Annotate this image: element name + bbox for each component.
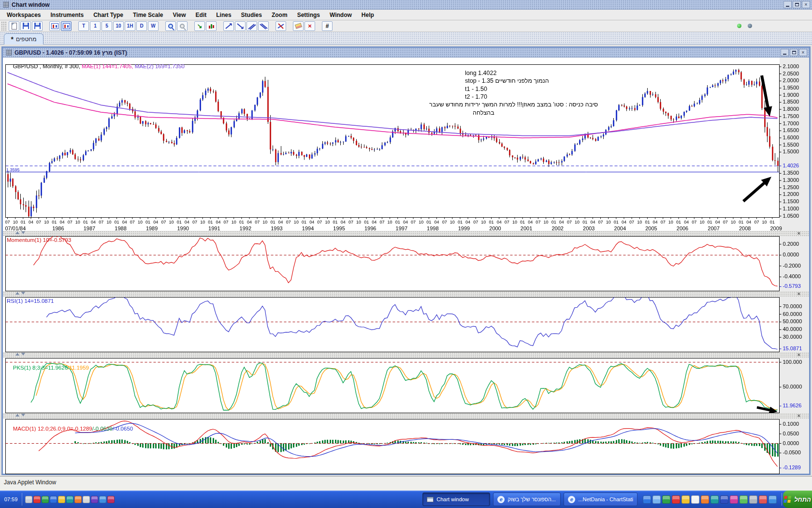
screen: Chart window × Workspaces Instruments Ch… [0,0,812,508]
splitter-handle-icon[interactable] [15,231,25,234]
menu-help[interactable]: Help [357,10,379,20]
quicklaunch-icon[interactable] [643,495,651,504]
task-button-chart-window[interactable]: Chart window [422,493,490,506]
bar-chart-button[interactable] [206,21,217,31]
timeframe-tick-button[interactable]: T [78,21,89,31]
quicklaunch-icon[interactable] [662,495,670,504]
tray-icon[interactable] [74,496,82,503]
pane-splitter[interactable]: × [3,291,809,297]
zoom-out-icon [180,24,185,29]
timeframe-1hour-button[interactable]: 1H [125,21,135,31]
internet-explorer-icon: e [568,496,575,503]
save-button[interactable] [20,21,31,31]
status-bar: Java Applet Window [0,476,812,491]
window-task-icon [427,497,434,502]
minimize-button[interactable] [783,1,792,8]
timeframe-week-button[interactable]: W [148,21,159,31]
menu-instruments[interactable]: Instruments [45,10,88,20]
maximize-button[interactable] [793,1,801,8]
remove-line-button[interactable] [276,21,286,31]
close-button[interactable]: × [802,1,810,8]
pane-close-icon[interactable]: × [798,352,800,358]
tray-icon[interactable] [42,496,49,503]
chart-canvas[interactable] [0,45,812,476]
timeframe-10min-button[interactable]: 10 [113,21,124,31]
timeframe-5min-button[interactable]: 5 [102,21,112,31]
new-chart-window-button[interactable] [49,21,60,31]
menu-workspaces[interactable]: Workspaces [2,10,45,20]
tab-machtefim[interactable]: * מחטפים [4,33,44,45]
tray-icon[interactable] [66,496,73,503]
maximize-icon [795,3,799,6]
tray-icon[interactable] [83,496,90,503]
macd-label-hist: /-0.0639 [92,426,113,432]
annotation-goodluck: בהצלחה [473,109,494,116]
quicklaunch-icon[interactable] [701,495,709,504]
pane-close-icon[interactable]: × [798,413,800,418]
tray-icon[interactable] [58,496,65,503]
zoom-in-icon [168,24,173,29]
channel-down-button[interactable] [258,21,269,31]
quicklaunch-icon[interactable] [682,495,690,504]
pane-close-icon[interactable]: × [798,291,800,297]
menu-studies[interactable]: Studies [236,10,267,20]
timeframe-1min-button[interactable]: 1 [90,21,101,31]
quicklaunch-icon[interactable] [720,495,728,504]
connection-status-led-green [737,24,741,28]
grid-button[interactable]: # [322,21,333,31]
taskbar-clock: 07:59 [0,493,22,506]
trendline-up-button[interactable] [223,21,234,31]
menu-settings[interactable]: Settings [292,10,325,20]
quicklaunch-icon[interactable] [730,495,738,504]
new-document-button[interactable] [9,21,19,31]
start-button[interactable]: התחל [783,491,812,508]
active-chart-window-button[interactable] [61,21,72,31]
menu-window[interactable]: Window [325,10,357,20]
quicklaunch-icon[interactable] [672,495,680,504]
pane-splitter[interactable]: × [3,413,809,418]
pane-close-icon[interactable]: × [798,230,800,236]
tray-icon[interactable] [25,496,32,503]
tray-icon[interactable] [91,496,98,503]
menu-lines[interactable]: Lines [211,10,236,20]
menu-view[interactable]: View [168,10,190,20]
zoom-in-button[interactable] [165,21,176,31]
task-label: Chart window [436,496,469,502]
task-button-sponsor[interactable]: e הספונסר שלך בשוק... [493,493,561,506]
zoom-out-button[interactable] [177,21,188,31]
channel-up-button[interactable] [246,21,257,31]
quicklaunch-icon[interactable] [691,495,699,504]
menu-chart-type[interactable]: Chart Type [88,10,128,20]
menu-zoom[interactable]: Zoom [267,10,292,20]
tray-icon[interactable] [107,496,115,503]
status-text: Java Applet Window [4,479,56,486]
quicklaunch-icon[interactable] [710,495,719,504]
eraser-icon [294,23,302,29]
pane-splitter[interactable]: × [3,352,809,358]
timeframe-day-button[interactable]: D [136,21,147,31]
internet-explorer-icon: e [497,496,505,503]
toolbar-grip[interactable] [1,21,6,31]
splitter-handle-icon[interactable] [15,414,25,417]
quicklaunch-icon[interactable] [740,495,748,504]
splitter-handle-icon[interactable] [15,353,25,356]
task-button-netdania[interactable]: e ...NetDania - ChartStati [564,493,638,506]
quicklaunch-icon[interactable] [768,495,777,504]
menu-time-scale[interactable]: Time Scale [128,10,168,20]
tray-icon[interactable] [33,496,41,503]
tray-icon[interactable] [99,496,106,503]
menu-edit[interactable]: Edit [191,10,212,20]
splitter-handle-icon[interactable] [15,292,25,295]
app-titlebar[interactable]: Chart window × [0,0,812,10]
pane-splitter[interactable]: × [3,231,809,236]
eraser-button[interactable] [293,21,304,31]
save-as-button[interactable] [32,21,43,31]
connection-status-led-gray [748,24,752,28]
quicklaunch-icon[interactable] [652,495,661,504]
trendline-down-button[interactable] [235,21,246,31]
delete-all-button[interactable]: × [304,21,315,31]
add-study-button[interactable]: ↘ [194,21,205,31]
quicklaunch-icon[interactable] [749,495,757,504]
quicklaunch-icon[interactable] [759,495,767,504]
tray-icon[interactable] [50,496,57,503]
